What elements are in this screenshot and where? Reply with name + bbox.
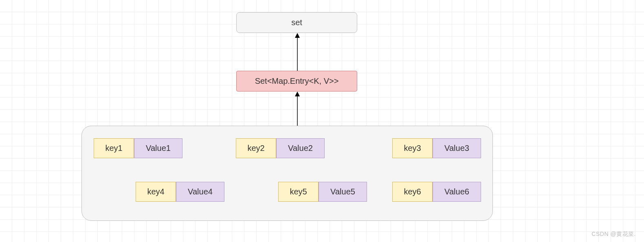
entry-key-label: key4 [147,187,164,196]
svg-marker-3 [295,92,300,96]
entry-key: key2 [236,138,276,158]
entry-value: Value3 [433,138,481,158]
entry-key: key4 [136,182,176,202]
entry-value-label: Value1 [146,144,171,153]
entry-key: key6 [392,182,433,202]
watermark: CSDN @黄花菜. [591,231,636,238]
entry-value: Value1 [134,138,182,158]
set-node-label: set [291,18,302,27]
diagram-canvas: set Set<Map.Entry<K, V>> key1 Value1 key… [0,0,644,242]
entry-type-node: Set<Map.Entry<K, V>> [236,71,357,92]
entry-key-label: key5 [290,187,307,196]
entry-key-label: key6 [404,187,421,196]
entry-value-label: Value6 [444,187,469,196]
set-node: set [236,12,357,33]
entry-key: key3 [392,138,433,158]
entry-value: Value4 [176,182,224,202]
entry-value: Value6 [433,182,481,202]
entry-key: key5 [278,182,319,202]
entry-type-label: Set<Map.Entry<K, V>> [255,76,339,86]
entry-value: Value2 [276,138,325,158]
entry-value: Value5 [319,182,367,202]
entry-value-label: Value2 [288,144,313,153]
entry-value-label: Value3 [444,144,469,153]
entry-value-label: Value5 [330,187,355,196]
entry-key: key1 [94,138,134,158]
entry-value-label: Value4 [188,187,213,196]
entry-key-label: key1 [105,144,122,153]
svg-marker-1 [295,33,300,38]
arrow-container-to-type [293,92,301,126]
entry-key-label: key3 [404,144,421,153]
entry-key-label: key2 [247,144,264,153]
arrow-type-to-set [293,33,301,71]
